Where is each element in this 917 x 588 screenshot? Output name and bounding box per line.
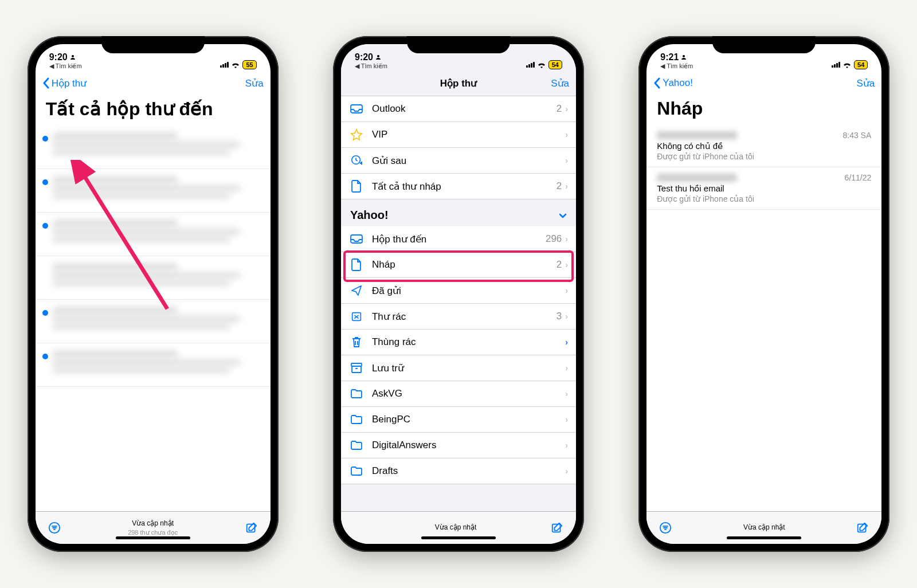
- mailbox-row-nháp[interactable]: Nháp2›: [341, 252, 576, 278]
- chevron-right-icon: ›: [565, 441, 568, 450]
- mailbox-row-vip[interactable]: VIP›: [341, 122, 576, 148]
- draft-subject: Không có chủ đề: [657, 141, 871, 151]
- signal-icon: [832, 62, 840, 68]
- draft-sender: [657, 131, 737, 139]
- mail-item[interactable]: [36, 213, 271, 256]
- row-label: Thư rác: [372, 311, 557, 323]
- mailbox-row-thùng-rác[interactable]: Thùng rác›: [341, 330, 576, 355]
- row-label: BeingPC: [372, 414, 565, 425]
- mail-item[interactable]: [36, 126, 271, 169]
- status-time: 9:21: [660, 52, 679, 62]
- folder-icon: [349, 439, 364, 452]
- wifi-icon: [537, 61, 546, 68]
- compose-button[interactable]: [245, 522, 258, 534]
- chevron-right-icon: ›: [565, 130, 568, 139]
- draft-time: 6/11/22: [845, 173, 872, 182]
- mail-item[interactable]: [36, 169, 271, 213]
- notch: [101, 36, 205, 53]
- draft-preview: Được gửi từ iPhone của tôi: [657, 194, 871, 203]
- mailbox-row-đã-gửi[interactable]: Đã gửi›: [341, 278, 576, 304]
- mailbox-row-thư-rác[interactable]: Thư rác3›: [341, 304, 576, 330]
- chevron-right-icon: ›: [565, 104, 568, 113]
- phone-frame-1: 9:20 ◀ Tìm kiếm 55 Hộp thư Sửa Tất cả hộ…: [28, 36, 279, 552]
- mailbox-row-digitalanswers[interactable]: DigitalAnswers›: [341, 433, 576, 458]
- drafts-list[interactable]: 8:43 SAKhông có chủ đềĐược gửi từ iPhone…: [646, 125, 881, 511]
- edit-button[interactable]: Sửa: [551, 77, 569, 89]
- mailbox-row-beingpc[interactable]: BeingPC›: [341, 407, 576, 433]
- chevron-down-icon: [559, 213, 567, 218]
- mailbox-list[interactable]: Outlook2›VIP›Gửi sau›Tất cả thư nháp2› Y…: [341, 96, 576, 511]
- draft-sender: [657, 174, 737, 182]
- wifi-icon: [231, 61, 240, 68]
- nav-bar: Hộp thư Sửa: [341, 70, 576, 96]
- mail-item[interactable]: [36, 256, 271, 300]
- row-count: 2: [557, 103, 562, 115]
- mailbox-row-hộp-thư-đến[interactable]: Hộp thư đến296›: [341, 226, 576, 252]
- edit-button[interactable]: Sửa: [245, 77, 264, 89]
- section-header-yahoo[interactable]: Yahoo!: [341, 199, 576, 226]
- unread-dot-icon: [42, 310, 48, 316]
- status-time: 9:20: [355, 52, 373, 62]
- toolbar-status: Vừa cập nhật: [128, 519, 178, 528]
- mailbox-row-gửi-sau[interactable]: Gửi sau›: [341, 148, 576, 174]
- breadcrumb-back[interactable]: ◀ Tìm kiếm: [355, 62, 387, 69]
- row-count: 296: [546, 233, 562, 245]
- draft-time: 8:43 SA: [842, 131, 871, 140]
- toolbar-substatus: 298 thư chưa đọc: [128, 528, 178, 536]
- draft-item[interactable]: 6/11/22Test thu hồi emailĐược gửi từ iPh…: [646, 167, 881, 210]
- battery-indicator: 54: [854, 60, 868, 69]
- folder-icon: [349, 387, 364, 400]
- mailbox-row-tất-cả-thư-nháp[interactable]: Tất cả thư nháp2›: [341, 174, 576, 199]
- row-label: Đã gửi: [372, 285, 565, 297]
- home-indicator[interactable]: [116, 536, 190, 539]
- phone-frame-3: 9:21 ◀ Tìm kiếm 54 Yahoo! Sửa Nháp 8:43 …: [638, 36, 889, 552]
- toolbar-status: Vừa cập nhật: [435, 523, 477, 532]
- draft-item[interactable]: 8:43 SAKhông có chủ đềĐược gửi từ iPhone…: [646, 125, 881, 167]
- unread-dot-icon: [42, 223, 48, 229]
- row-count: 2: [557, 259, 562, 271]
- back-button[interactable]: Yahoo!: [653, 77, 693, 89]
- wifi-icon: [842, 61, 852, 68]
- breadcrumb-back[interactable]: ◀ Tìm kiếm: [660, 62, 693, 69]
- row-label: VIP: [372, 129, 565, 140]
- mailbox-row-askvg[interactable]: AskVG›: [341, 381, 576, 407]
- home-indicator[interactable]: [421, 536, 496, 539]
- mailbox-row-drafts[interactable]: Drafts›: [341, 458, 576, 484]
- row-label: Tất cả thư nháp: [372, 181, 557, 193]
- location-person-icon: [69, 54, 76, 61]
- nav-bar: Yahoo! Sửa: [646, 70, 881, 96]
- chevron-right-icon: ›: [565, 260, 568, 269]
- row-label: Nháp: [372, 259, 557, 271]
- chevron-right-icon: ›: [565, 234, 568, 244]
- mailbox-row-lưu-trữ[interactable]: Lưu trữ›: [341, 355, 576, 381]
- filter-button[interactable]: [659, 522, 672, 534]
- nav-bar: Hộp thư Sửa: [36, 70, 271, 96]
- row-count: 2: [557, 181, 562, 192]
- back-label: Hộp thư: [52, 77, 87, 89]
- edit-button[interactable]: Sửa: [857, 77, 875, 89]
- inbox-list[interactable]: [36, 126, 271, 511]
- draft-preview: Được gửi từ iPhone của tôi: [657, 152, 871, 161]
- compose-button[interactable]: [856, 522, 869, 534]
- svg-rect-16: [352, 366, 361, 373]
- chevron-right-icon: ›: [565, 389, 568, 398]
- mailbox-row-outlook[interactable]: Outlook2›: [341, 96, 576, 122]
- sent-icon: [349, 284, 364, 297]
- unread-dot-icon: [42, 354, 48, 359]
- screen-1: 9:20 ◀ Tìm kiếm 55 Hộp thư Sửa Tất cả hộ…: [36, 44, 271, 544]
- back-button[interactable]: Hộp thư: [42, 77, 87, 89]
- svg-point-0: [72, 55, 74, 57]
- mail-item[interactable]: [36, 300, 271, 343]
- mail-item[interactable]: [36, 343, 271, 387]
- row-label: Thùng rác: [372, 336, 565, 348]
- breadcrumb-back[interactable]: ◀ Tìm kiếm: [49, 62, 82, 69]
- junk-icon: [349, 310, 364, 323]
- nav-title: Hộp thư: [341, 77, 576, 89]
- filter-button[interactable]: [48, 522, 61, 534]
- section-label: Yahoo!: [350, 209, 389, 222]
- compose-button[interactable]: [551, 522, 563, 534]
- home-indicator[interactable]: [727, 536, 801, 539]
- page-title: Nháp: [646, 96, 881, 125]
- chevron-right-icon: ›: [565, 156, 568, 165]
- chevron-right-icon: ›: [565, 338, 568, 347]
